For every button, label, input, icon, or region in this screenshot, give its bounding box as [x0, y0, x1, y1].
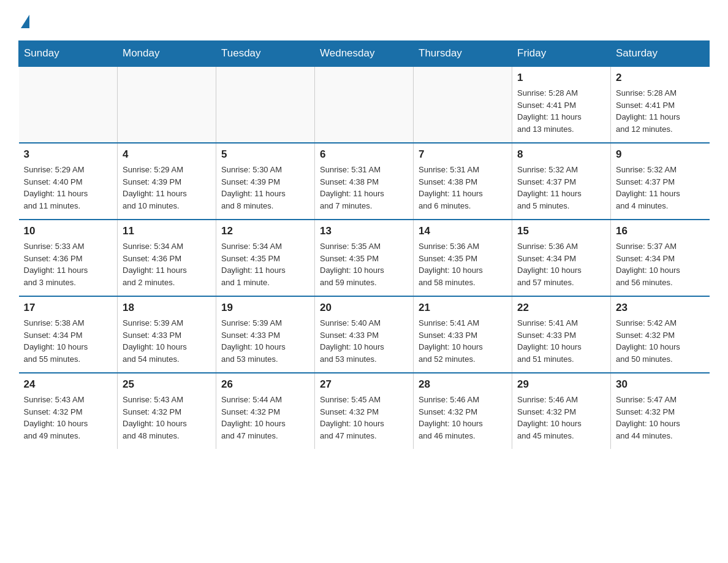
- day-info: Sunrise: 5:39 AM Sunset: 4:33 PM Dayligh…: [221, 317, 309, 365]
- day-info: Sunrise: 5:43 AM Sunset: 4:32 PM Dayligh…: [24, 394, 113, 442]
- calendar-day-cell: 19Sunrise: 5:39 AM Sunset: 4:33 PM Dayli…: [216, 296, 315, 373]
- calendar-day-cell: 23Sunrise: 5:42 AM Sunset: 4:32 PM Dayli…: [611, 296, 710, 373]
- calendar-day-cell: 30Sunrise: 5:47 AM Sunset: 4:32 PM Dayli…: [611, 373, 710, 449]
- calendar-day-cell: 9Sunrise: 5:32 AM Sunset: 4:37 PM Daylig…: [611, 143, 710, 220]
- calendar-day-cell: 14Sunrise: 5:36 AM Sunset: 4:35 PM Dayli…: [414, 220, 512, 296]
- calendar-day-cell: [216, 66, 315, 143]
- calendar-day-cell: 8Sunrise: 5:32 AM Sunset: 4:37 PM Daylig…: [512, 143, 611, 220]
- calendar-day-cell: 29Sunrise: 5:46 AM Sunset: 4:32 PM Dayli…: [512, 373, 611, 449]
- calendar-day-cell: 11Sunrise: 5:34 AM Sunset: 4:36 PM Dayli…: [118, 220, 216, 296]
- calendar-day-cell: [315, 66, 414, 143]
- day-info: Sunrise: 5:34 AM Sunset: 4:36 PM Dayligh…: [123, 240, 211, 288]
- day-number: 26: [221, 378, 309, 391]
- calendar-week-row: 17Sunrise: 5:38 AM Sunset: 4:34 PM Dayli…: [19, 296, 710, 373]
- day-info: Sunrise: 5:28 AM Sunset: 4:41 PM Dayligh…: [517, 87, 605, 135]
- day-info: Sunrise: 5:32 AM Sunset: 4:37 PM Dayligh…: [616, 164, 705, 212]
- calendar-day-cell: 28Sunrise: 5:46 AM Sunset: 4:32 PM Dayli…: [414, 373, 512, 449]
- day-info: Sunrise: 5:31 AM Sunset: 4:38 PM Dayligh…: [419, 164, 507, 212]
- calendar-day-cell: 18Sunrise: 5:39 AM Sunset: 4:33 PM Dayli…: [118, 296, 216, 373]
- calendar-week-row: 24Sunrise: 5:43 AM Sunset: 4:32 PM Dayli…: [19, 373, 710, 449]
- day-info: Sunrise: 5:29 AM Sunset: 4:39 PM Dayligh…: [123, 164, 211, 212]
- logo-triangle-icon: [21, 15, 29, 28]
- day-number: 6: [320, 148, 408, 161]
- day-number: 4: [123, 148, 211, 161]
- calendar-day-cell: 17Sunrise: 5:38 AM Sunset: 4:34 PM Dayli…: [19, 296, 118, 373]
- calendar-day-cell: 25Sunrise: 5:43 AM Sunset: 4:32 PM Dayli…: [118, 373, 216, 449]
- calendar-day-cell: 26Sunrise: 5:44 AM Sunset: 4:32 PM Dayli…: [216, 373, 315, 449]
- day-info: Sunrise: 5:41 AM Sunset: 4:33 PM Dayligh…: [517, 317, 605, 365]
- day-info: Sunrise: 5:33 AM Sunset: 4:36 PM Dayligh…: [24, 240, 113, 288]
- day-number: 24: [24, 378, 113, 391]
- day-info: Sunrise: 5:46 AM Sunset: 4:32 PM Dayligh…: [419, 394, 507, 442]
- calendar-week-row: 10Sunrise: 5:33 AM Sunset: 4:36 PM Dayli…: [19, 220, 710, 296]
- day-number: 17: [24, 302, 113, 314]
- day-number: 28: [419, 378, 507, 391]
- weekday-header-row: SundayMondayTuesdayWednesdayThursdayFrid…: [19, 41, 710, 67]
- calendar-day-cell: 15Sunrise: 5:36 AM Sunset: 4:34 PM Dayli…: [512, 220, 611, 296]
- day-info: Sunrise: 5:36 AM Sunset: 4:35 PM Dayligh…: [419, 240, 507, 288]
- day-number: 14: [419, 225, 507, 237]
- calendar-day-cell: 6Sunrise: 5:31 AM Sunset: 4:38 PM Daylig…: [315, 143, 414, 220]
- calendar-day-cell: 21Sunrise: 5:41 AM Sunset: 4:33 PM Dayli…: [414, 296, 512, 373]
- calendar-day-cell: 2Sunrise: 5:28 AM Sunset: 4:41 PM Daylig…: [611, 66, 710, 143]
- day-info: Sunrise: 5:41 AM Sunset: 4:33 PM Dayligh…: [419, 317, 507, 365]
- day-info: Sunrise: 5:29 AM Sunset: 4:40 PM Dayligh…: [24, 164, 113, 212]
- calendar-day-cell: 20Sunrise: 5:40 AM Sunset: 4:33 PM Dayli…: [315, 296, 414, 373]
- weekday-header-saturday: Saturday: [611, 41, 710, 67]
- day-number: 27: [320, 378, 408, 391]
- calendar-day-cell: [19, 66, 118, 143]
- day-number: 21: [419, 302, 507, 314]
- calendar-day-cell: 22Sunrise: 5:41 AM Sunset: 4:33 PM Dayli…: [512, 296, 611, 373]
- weekday-header-thursday: Thursday: [414, 41, 512, 67]
- day-number: 9: [616, 148, 705, 161]
- day-info: Sunrise: 5:32 AM Sunset: 4:37 PM Dayligh…: [517, 164, 605, 212]
- calendar-week-row: 1Sunrise: 5:28 AM Sunset: 4:41 PM Daylig…: [19, 66, 710, 143]
- calendar-day-cell: 12Sunrise: 5:34 AM Sunset: 4:35 PM Dayli…: [216, 220, 315, 296]
- calendar-week-row: 3Sunrise: 5:29 AM Sunset: 4:40 PM Daylig…: [19, 143, 710, 220]
- calendar-table: SundayMondayTuesdayWednesdayThursdayFrid…: [18, 40, 710, 449]
- day-info: Sunrise: 5:34 AM Sunset: 4:35 PM Dayligh…: [221, 240, 309, 288]
- day-info: Sunrise: 5:38 AM Sunset: 4:34 PM Dayligh…: [24, 317, 113, 365]
- weekday-header-wednesday: Wednesday: [315, 41, 414, 67]
- day-number: 2: [616, 72, 705, 84]
- day-number: 29: [517, 378, 605, 391]
- day-info: Sunrise: 5:43 AM Sunset: 4:32 PM Dayligh…: [123, 394, 211, 442]
- day-info: Sunrise: 5:40 AM Sunset: 4:33 PM Dayligh…: [320, 317, 408, 365]
- day-info: Sunrise: 5:28 AM Sunset: 4:41 PM Dayligh…: [616, 87, 705, 135]
- calendar-day-cell: 10Sunrise: 5:33 AM Sunset: 4:36 PM Dayli…: [19, 220, 118, 296]
- day-number: 8: [517, 148, 605, 161]
- day-number: 5: [221, 148, 309, 161]
- day-info: Sunrise: 5:44 AM Sunset: 4:32 PM Dayligh…: [221, 394, 309, 442]
- weekday-header-sunday: Sunday: [19, 41, 118, 67]
- calendar-day-cell: [118, 66, 216, 143]
- day-number: 12: [221, 225, 309, 237]
- day-number: 22: [517, 302, 605, 314]
- calendar-day-cell: 3Sunrise: 5:29 AM Sunset: 4:40 PM Daylig…: [19, 143, 118, 220]
- day-info: Sunrise: 5:47 AM Sunset: 4:32 PM Dayligh…: [616, 394, 705, 442]
- day-number: 3: [24, 148, 113, 161]
- day-info: Sunrise: 5:46 AM Sunset: 4:32 PM Dayligh…: [517, 394, 605, 442]
- calendar-day-cell: 5Sunrise: 5:30 AM Sunset: 4:39 PM Daylig…: [216, 143, 315, 220]
- calendar-day-cell: 1Sunrise: 5:28 AM Sunset: 4:41 PM Daylig…: [512, 66, 611, 143]
- day-number: 20: [320, 302, 408, 314]
- day-number: 15: [517, 225, 605, 237]
- calendar-day-cell: 24Sunrise: 5:43 AM Sunset: 4:32 PM Dayli…: [19, 373, 118, 449]
- day-number: 18: [123, 302, 211, 314]
- logo: [18, 12, 29, 28]
- day-number: 11: [123, 225, 211, 237]
- day-info: Sunrise: 5:37 AM Sunset: 4:34 PM Dayligh…: [616, 240, 705, 288]
- day-number: 1: [517, 72, 605, 84]
- weekday-header-tuesday: Tuesday: [216, 41, 315, 67]
- day-number: 30: [616, 378, 705, 391]
- page-header: [18, 12, 710, 28]
- weekday-header-friday: Friday: [512, 41, 611, 67]
- day-number: 7: [419, 148, 507, 161]
- day-info: Sunrise: 5:39 AM Sunset: 4:33 PM Dayligh…: [123, 317, 211, 365]
- day-number: 23: [616, 302, 705, 314]
- day-number: 10: [24, 225, 113, 237]
- calendar-day-cell: 16Sunrise: 5:37 AM Sunset: 4:34 PM Dayli…: [611, 220, 710, 296]
- day-number: 19: [221, 302, 309, 314]
- day-info: Sunrise: 5:36 AM Sunset: 4:34 PM Dayligh…: [517, 240, 605, 288]
- calendar-day-cell: 27Sunrise: 5:45 AM Sunset: 4:32 PM Dayli…: [315, 373, 414, 449]
- calendar-day-cell: [414, 66, 512, 143]
